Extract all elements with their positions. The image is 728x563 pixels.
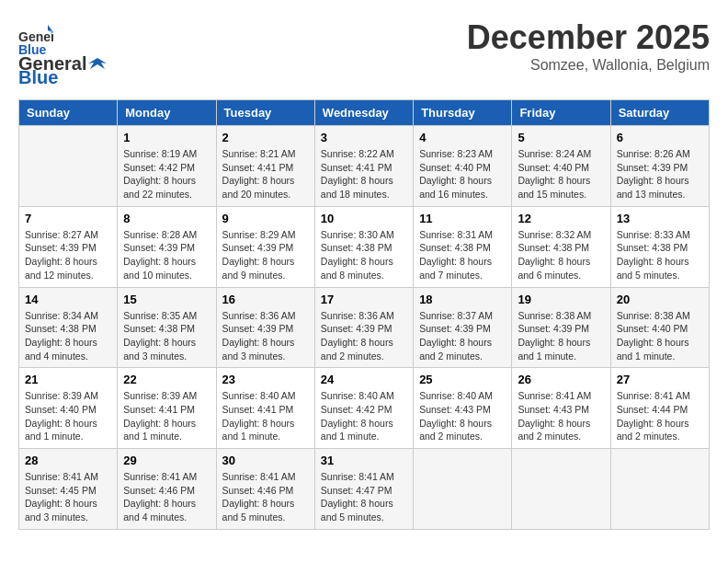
day-info: Sunrise: 8:29 AMSunset: 4:39 PMDaylight:… bbox=[222, 228, 309, 282]
svg-text:Blue: Blue bbox=[18, 42, 47, 57]
calendar-cell: 11Sunrise: 8:31 AMSunset: 4:38 PMDayligh… bbox=[414, 206, 512, 287]
calendar-cell: 5Sunrise: 8:24 AMSunset: 4:40 PMDaylight… bbox=[512, 126, 610, 207]
day-info: Sunrise: 8:41 AMSunset: 4:46 PMDaylight:… bbox=[222, 470, 309, 524]
day-number: 12 bbox=[518, 212, 604, 225]
calendar-cell: 30Sunrise: 8:41 AMSunset: 4:46 PMDayligh… bbox=[216, 449, 314, 530]
day-info: Sunrise: 8:39 AMSunset: 4:40 PMDaylight:… bbox=[25, 389, 111, 443]
day-number: 23 bbox=[222, 373, 309, 386]
calendar-cell: 2Sunrise: 8:21 AMSunset: 4:41 PMDaylight… bbox=[216, 126, 314, 207]
day-info: Sunrise: 8:35 AMSunset: 4:38 PMDaylight:… bbox=[123, 309, 210, 363]
title-block: December 2025 Somzee, Wallonia, Belgium bbox=[467, 18, 710, 74]
logo-blue: Blue bbox=[18, 67, 58, 88]
calendar-cell: 28Sunrise: 8:41 AMSunset: 4:45 PMDayligh… bbox=[19, 449, 118, 530]
day-number: 26 bbox=[518, 373, 604, 386]
month-title: December 2025 bbox=[467, 18, 710, 57]
day-info: Sunrise: 8:24 AMSunset: 4:40 PMDaylight:… bbox=[518, 147, 604, 201]
calendar-cell: 9Sunrise: 8:29 AMSunset: 4:39 PMDaylight… bbox=[216, 206, 314, 287]
calendar-cell: 20Sunrise: 8:38 AMSunset: 4:40 PMDayligh… bbox=[610, 287, 709, 368]
calendar-cell bbox=[19, 126, 118, 207]
calendar-week-row: 28Sunrise: 8:41 AMSunset: 4:45 PMDayligh… bbox=[19, 449, 710, 530]
weekday-header: Wednesday bbox=[314, 100, 413, 126]
day-number: 13 bbox=[617, 212, 703, 225]
calendar-cell: 3Sunrise: 8:22 AMSunset: 4:41 PMDaylight… bbox=[314, 126, 413, 207]
calendar-week-row: 1Sunrise: 8:19 AMSunset: 4:42 PMDaylight… bbox=[19, 126, 710, 207]
day-number: 7 bbox=[25, 212, 111, 225]
calendar-cell: 22Sunrise: 8:39 AMSunset: 4:41 PMDayligh… bbox=[118, 368, 216, 449]
day-info: Sunrise: 8:40 AMSunset: 4:41 PMDaylight:… bbox=[222, 389, 309, 443]
day-number: 10 bbox=[321, 212, 407, 225]
day-info: Sunrise: 8:36 AMSunset: 4:39 PMDaylight:… bbox=[222, 309, 309, 363]
calendar-cell: 8Sunrise: 8:28 AMSunset: 4:39 PMDaylight… bbox=[118, 206, 216, 287]
day-info: Sunrise: 8:40 AMSunset: 4:43 PMDaylight:… bbox=[419, 389, 506, 443]
calendar-cell: 26Sunrise: 8:41 AMSunset: 4:43 PMDayligh… bbox=[512, 368, 610, 449]
day-info: Sunrise: 8:23 AMSunset: 4:40 PMDaylight:… bbox=[419, 147, 506, 201]
day-number: 9 bbox=[222, 212, 309, 225]
weekday-header: Saturday bbox=[610, 100, 709, 126]
day-number: 20 bbox=[617, 293, 703, 306]
day-number: 28 bbox=[25, 454, 111, 467]
calendar-cell: 4Sunrise: 8:23 AMSunset: 4:40 PMDaylight… bbox=[414, 126, 512, 207]
weekday-header: Monday bbox=[118, 100, 216, 126]
calendar-week-row: 21Sunrise: 8:39 AMSunset: 4:40 PMDayligh… bbox=[19, 368, 710, 449]
weekday-header: Tuesday bbox=[216, 100, 314, 126]
weekday-header-row: SundayMondayTuesdayWednesdayThursdayFrid… bbox=[19, 100, 710, 126]
day-info: Sunrise: 8:41 AMSunset: 4:45 PMDaylight:… bbox=[25, 470, 111, 524]
day-info: Sunrise: 8:26 AMSunset: 4:39 PMDaylight:… bbox=[617, 147, 703, 201]
day-info: Sunrise: 8:38 AMSunset: 4:39 PMDaylight:… bbox=[518, 309, 604, 363]
day-number: 2 bbox=[222, 131, 309, 144]
calendar-cell: 23Sunrise: 8:40 AMSunset: 4:41 PMDayligh… bbox=[216, 368, 314, 449]
day-info: Sunrise: 8:28 AMSunset: 4:39 PMDaylight:… bbox=[123, 228, 210, 282]
day-number: 14 bbox=[25, 293, 111, 306]
day-number: 5 bbox=[518, 131, 604, 144]
day-number: 3 bbox=[321, 131, 407, 144]
calendar-cell: 25Sunrise: 8:40 AMSunset: 4:43 PMDayligh… bbox=[414, 368, 512, 449]
day-number: 15 bbox=[123, 293, 210, 306]
day-number: 1 bbox=[123, 131, 210, 144]
logo: General Blue General Blue bbox=[18, 23, 107, 88]
day-info: Sunrise: 8:22 AMSunset: 4:41 PMDaylight:… bbox=[321, 147, 407, 201]
logo-icon: General Blue bbox=[18, 23, 53, 58]
day-number: 25 bbox=[419, 373, 506, 386]
day-info: Sunrise: 8:36 AMSunset: 4:39 PMDaylight:… bbox=[321, 309, 407, 363]
calendar-cell: 21Sunrise: 8:39 AMSunset: 4:40 PMDayligh… bbox=[19, 368, 118, 449]
day-number: 29 bbox=[123, 454, 210, 467]
calendar-cell: 27Sunrise: 8:41 AMSunset: 4:44 PMDayligh… bbox=[610, 368, 709, 449]
weekday-header: Sunday bbox=[19, 100, 118, 126]
calendar-cell: 24Sunrise: 8:40 AMSunset: 4:42 PMDayligh… bbox=[314, 368, 413, 449]
calendar-cell: 13Sunrise: 8:33 AMSunset: 4:38 PMDayligh… bbox=[610, 206, 709, 287]
day-info: Sunrise: 8:41 AMSunset: 4:44 PMDaylight:… bbox=[617, 389, 703, 443]
day-info: Sunrise: 8:41 AMSunset: 4:47 PMDaylight:… bbox=[321, 470, 407, 524]
day-info: Sunrise: 8:31 AMSunset: 4:38 PMDaylight:… bbox=[419, 228, 506, 282]
day-info: Sunrise: 8:34 AMSunset: 4:38 PMDaylight:… bbox=[25, 309, 111, 363]
weekday-header: Friday bbox=[512, 100, 610, 126]
page-header: General Blue General Blue December 2025 … bbox=[18, 18, 710, 88]
day-number: 22 bbox=[123, 373, 210, 386]
day-number: 8 bbox=[123, 212, 210, 225]
day-info: Sunrise: 8:40 AMSunset: 4:42 PMDaylight:… bbox=[321, 389, 407, 443]
calendar-cell: 19Sunrise: 8:38 AMSunset: 4:39 PMDayligh… bbox=[512, 287, 610, 368]
calendar-cell: 6Sunrise: 8:26 AMSunset: 4:39 PMDaylight… bbox=[610, 126, 709, 207]
calendar-cell: 15Sunrise: 8:35 AMSunset: 4:38 PMDayligh… bbox=[118, 287, 216, 368]
day-info: Sunrise: 8:41 AMSunset: 4:46 PMDaylight:… bbox=[123, 470, 210, 524]
calendar-cell: 17Sunrise: 8:36 AMSunset: 4:39 PMDayligh… bbox=[314, 287, 413, 368]
calendar-cell: 10Sunrise: 8:30 AMSunset: 4:38 PMDayligh… bbox=[314, 206, 413, 287]
day-number: 19 bbox=[518, 293, 604, 306]
calendar-week-row: 7Sunrise: 8:27 AMSunset: 4:39 PMDaylight… bbox=[19, 206, 710, 287]
day-number: 31 bbox=[321, 454, 407, 467]
calendar-week-row: 14Sunrise: 8:34 AMSunset: 4:38 PMDayligh… bbox=[19, 287, 710, 368]
calendar-cell bbox=[414, 449, 512, 530]
calendar-table: SundayMondayTuesdayWednesdayThursdayFrid… bbox=[18, 99, 710, 530]
day-info: Sunrise: 8:27 AMSunset: 4:39 PMDaylight:… bbox=[25, 228, 111, 282]
day-number: 27 bbox=[617, 373, 703, 386]
day-number: 4 bbox=[419, 131, 506, 144]
weekday-header: Thursday bbox=[414, 100, 512, 126]
location: Somzee, Wallonia, Belgium bbox=[467, 57, 710, 74]
calendar-cell: 31Sunrise: 8:41 AMSunset: 4:47 PMDayligh… bbox=[314, 449, 413, 530]
day-info: Sunrise: 8:38 AMSunset: 4:40 PMDaylight:… bbox=[617, 309, 703, 363]
day-info: Sunrise: 8:39 AMSunset: 4:41 PMDaylight:… bbox=[123, 389, 210, 443]
calendar-cell: 18Sunrise: 8:37 AMSunset: 4:39 PMDayligh… bbox=[414, 287, 512, 368]
day-number: 17 bbox=[321, 293, 407, 306]
calendar-cell: 29Sunrise: 8:41 AMSunset: 4:46 PMDayligh… bbox=[118, 449, 216, 530]
calendar-cell: 12Sunrise: 8:32 AMSunset: 4:38 PMDayligh… bbox=[512, 206, 610, 287]
day-info: Sunrise: 8:21 AMSunset: 4:41 PMDaylight:… bbox=[222, 147, 309, 201]
